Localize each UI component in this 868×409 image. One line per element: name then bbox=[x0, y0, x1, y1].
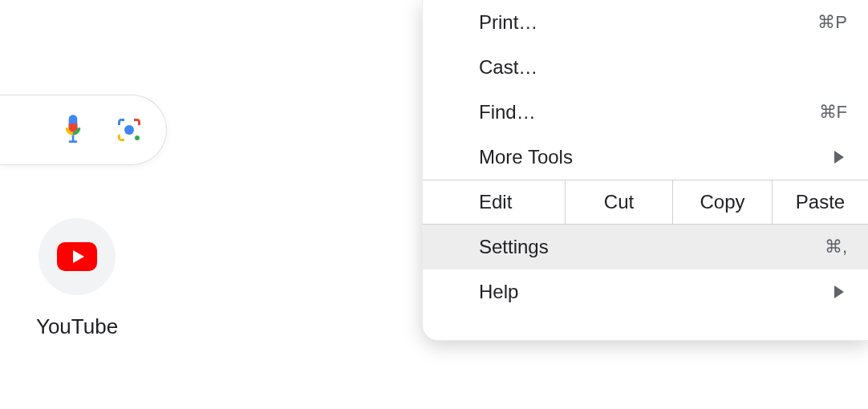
menu-item-help[interactable]: Help bbox=[423, 269, 868, 314]
menu-item-label: More Tools bbox=[479, 146, 834, 168]
edit-paste-text: Paste bbox=[796, 191, 845, 213]
menu-item-find[interactable]: Find… ⌘F bbox=[423, 90, 868, 135]
menu-item-label: Cast… bbox=[479, 56, 847, 79]
svg-point-2 bbox=[124, 125, 134, 135]
menu-item-label: Print… bbox=[479, 11, 817, 34]
svg-point-3 bbox=[135, 136, 140, 140]
shortcut-label: YouTube bbox=[36, 314, 118, 339]
menu-item-label: Find… bbox=[479, 101, 819, 124]
edit-copy-button[interactable]: Copy bbox=[673, 180, 773, 224]
google-lens-icon[interactable] bbox=[115, 115, 144, 144]
edit-toolbar-row: Edit Cut Copy Paste bbox=[423, 180, 868, 225]
menu-item-shortcut: ⌘P bbox=[817, 12, 847, 33]
edit-cut-button[interactable]: Cut bbox=[566, 180, 673, 224]
shortcut-youtube[interactable]: YouTube bbox=[39, 218, 116, 339]
chevron-right-icon bbox=[834, 151, 844, 164]
edit-cut-text: Cut bbox=[604, 191, 634, 213]
menu-item-label: Help bbox=[479, 281, 834, 303]
menu-item-more-tools[interactable]: More Tools bbox=[423, 135, 868, 180]
search-capsule-right-end bbox=[0, 95, 167, 165]
youtube-icon bbox=[57, 242, 97, 271]
menu-item-shortcut: ⌘F bbox=[819, 102, 847, 123]
menu-item-cast[interactable]: Cast… bbox=[423, 45, 868, 90]
menu-item-shortcut: ⌘, bbox=[825, 237, 847, 257]
chrome-overflow-menu: Print… ⌘P Cast… Find… ⌘F More Tools Edit… bbox=[422, 0, 868, 341]
menu-item-settings[interactable]: Settings ⌘, bbox=[423, 225, 868, 269]
microphone-icon[interactable] bbox=[59, 115, 87, 144]
edit-copy-text: Copy bbox=[700, 191, 744, 213]
shortcut-icon-circle bbox=[39, 218, 116, 295]
edit-paste-button[interactable]: Paste bbox=[773, 180, 868, 224]
edit-row-label: Edit bbox=[423, 180, 566, 224]
menu-item-print[interactable]: Print… ⌘P bbox=[423, 0, 868, 45]
chevron-right-icon bbox=[834, 285, 844, 298]
svg-rect-1 bbox=[69, 140, 78, 143]
menu-item-label: Settings bbox=[479, 236, 825, 258]
edit-label-text: Edit bbox=[479, 191, 512, 213]
